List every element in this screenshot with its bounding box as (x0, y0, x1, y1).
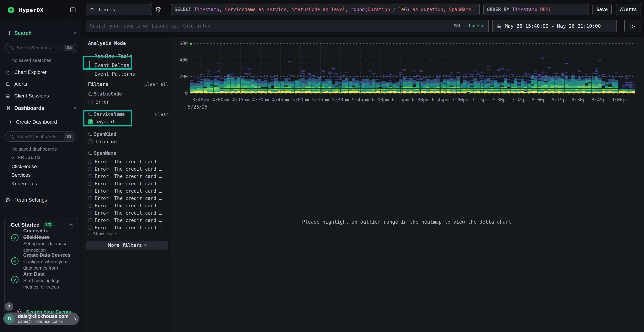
sql-mode-toggle[interactable]: SQL (454, 24, 461, 28)
preset-services[interactable]: Services (12, 172, 30, 178)
chevron-down-icon (88, 232, 90, 235)
sql-select-input[interactable]: SELECT Timestamp, ServiceName as service… (171, 4, 480, 15)
presets-toggle[interactable]: PRESETS (12, 155, 40, 160)
filter-option-error[interactable]: Error (88, 99, 109, 105)
time-range-picker[interactable]: May 26 15:40:00 - May 26 21:10:00 (492, 20, 617, 32)
sidebar-item-search[interactable]: Search (0, 27, 82, 39)
saved-searches-input[interactable]: Saved Searches ⌘K (5, 43, 77, 53)
annotation-box-servicename-filter (83, 110, 132, 126)
x-tick-label: 7:15pm (472, 97, 488, 102)
filter-option[interactable]: Error: The credit card … (88, 194, 168, 202)
source-select[interactable]: Traces (86, 4, 152, 15)
more-filters-label: More filters (108, 242, 142, 248)
get-started-progress-badge: 3/3 (43, 222, 54, 228)
filter-option[interactable]: Error: The credit card … (88, 216, 168, 224)
help-button[interactable]: ? (5, 302, 13, 311)
chevron-down-icon (11, 155, 14, 158)
checkbox-unchecked[interactable] (88, 182, 92, 186)
sql-select-text: SELECT Timestamp, ServiceName as service… (174, 7, 471, 12)
filter-group-spankind[interactable]: SpanKind (88, 132, 116, 137)
checkbox-unchecked[interactable] (88, 211, 92, 215)
user-email: dale@clickhouse.com (18, 314, 74, 319)
check-circle-icon (11, 234, 19, 242)
x-tick-label: 6:45pm (432, 97, 449, 102)
show-more-label: Show more (93, 231, 117, 236)
heatmap-date-label: 5/26/25 (188, 104, 208, 110)
x-tick-label: 8:45pm (592, 97, 608, 102)
x-tick-label: 7:45pm (512, 97, 528, 102)
order-by-input[interactable]: ORDER BY Timestamp DESC (483, 4, 589, 15)
filters-title: Filters (88, 82, 108, 87)
get-started-item-desc: Start sending logs, metrics, or traces (23, 277, 77, 290)
get-started-item[interactable]: Create Data Sources Configure where your… (23, 252, 77, 271)
sidebar-item-alerts[interactable]: Alerts (0, 80, 82, 88)
filter-option[interactable]: Error: The credit card … (88, 165, 168, 172)
sidebar-item-chart-explorer[interactable]: Chart Explorer (0, 68, 82, 76)
user-menu[interactable]: D dale@clickhouse.com dale@clickhouse.co… (3, 312, 79, 325)
checkbox-unchecked[interactable] (88, 167, 92, 171)
filter-option[interactable]: Error: The credit card … (88, 209, 168, 216)
checkbox-unchecked[interactable] (88, 139, 93, 144)
filter-option-internal[interactable]: Internal (88, 139, 118, 144)
y-tick-label: 400 (172, 57, 188, 62)
get-started-item[interactable]: Add Data Start sending logs, metrics, or… (23, 271, 77, 290)
filter-option[interactable]: Error: The credit card … (88, 180, 168, 187)
sidebar-item-client-sessions[interactable]: Client Sessions (0, 92, 82, 100)
saved-dashboards-input[interactable]: Saved Dashboards ⌘K (5, 132, 77, 142)
filter-option-label: Internal (95, 139, 118, 144)
filter-option[interactable]: Error: The credit card … (88, 224, 168, 231)
source-settings-gear-icon[interactable]: ⚙ (155, 6, 161, 13)
checkbox-unchecked[interactable] (88, 189, 92, 193)
filter-option-label: Error (95, 99, 109, 105)
y-tick-label: 200 (172, 74, 188, 79)
filter-option[interactable]: Error: The credit card … (88, 202, 168, 209)
get-started-card: Get Started 3/3 Connect to ClickHouse Se… (4, 217, 78, 322)
search-icon (88, 92, 92, 96)
app-logo[interactable]: HyperDX (7, 6, 44, 14)
checkbox-unchecked[interactable] (88, 218, 92, 222)
x-tick-label: 6:30pm (412, 97, 428, 102)
sidebar-collapse-icon[interactable] (70, 6, 76, 14)
shortcut-badge: ⌘K (64, 45, 74, 51)
clear-servicename-link[interactable]: Clear (155, 112, 168, 117)
filter-group-spanname[interactable]: SpanName (88, 150, 116, 156)
annotation-box-event-deltas (83, 56, 132, 70)
checkbox-unchecked[interactable] (88, 100, 93, 104)
checkbox-unchecked[interactable] (88, 204, 92, 208)
preset-clickhouse[interactable]: ClickHouse (12, 164, 37, 170)
filter-option-label: Error: The credit card … (95, 203, 162, 208)
sidebar-item-dashboards[interactable]: Dashboards (0, 102, 82, 114)
filter-option[interactable]: Error: The credit card … (88, 172, 168, 180)
duration-heatmap[interactable] (190, 42, 636, 94)
alerts-button[interactable]: Alerts (616, 4, 641, 15)
filter-group-statuscode[interactable]: StatusCode (88, 91, 122, 96)
filter-option[interactable]: Error: The credit card … (88, 187, 168, 194)
show-more-toggle[interactable]: Show more (88, 231, 117, 236)
select-updown-icon (147, 7, 148, 12)
x-tick-label: 4:00pm (212, 97, 229, 102)
checkbox-unchecked[interactable] (88, 226, 92, 230)
create-dashboard-button[interactable]: + Create Dashboard (0, 118, 82, 126)
run-query-button[interactable]: ▷ (624, 20, 641, 32)
search-input[interactable]: Search your events w/ Lucene ex. column:… (86, 20, 489, 32)
x-tick-label: 6:15pm (392, 97, 409, 102)
search-icon (88, 152, 92, 155)
clear-all-link[interactable]: Clear all (144, 82, 168, 87)
analysis-mode-event-patterns[interactable]: Event Patterns (94, 71, 135, 77)
chevron-up-icon (74, 107, 77, 110)
lucene-mode-toggle[interactable]: Lucene (469, 24, 484, 28)
preset-kubernetes[interactable]: Kubernetes (12, 181, 37, 186)
checkbox-unchecked[interactable] (88, 196, 92, 200)
sidebar-item-team-settings[interactable]: ⚙ Team Settings (0, 196, 82, 204)
filter-option-label: Error: The credit card … (95, 210, 162, 216)
more-filters-button[interactable]: More filters (86, 241, 168, 250)
get-started-header[interactable]: Get Started 3/3 (11, 222, 72, 228)
checkbox-unchecked[interactable] (88, 174, 92, 178)
x-tick-label: 8:15pm (552, 97, 568, 102)
sidebar-item-label: Client Sessions (14, 93, 49, 99)
spanname-options-list: Error: The credit card …Error: The credi… (88, 158, 168, 231)
save-button[interactable]: Save (592, 4, 612, 15)
filter-option[interactable]: Error: The credit card … (88, 158, 168, 165)
checkbox-unchecked[interactable] (88, 160, 92, 164)
get-started-item[interactable]: Connect to ClickHouse Set up your databa… (23, 228, 75, 253)
